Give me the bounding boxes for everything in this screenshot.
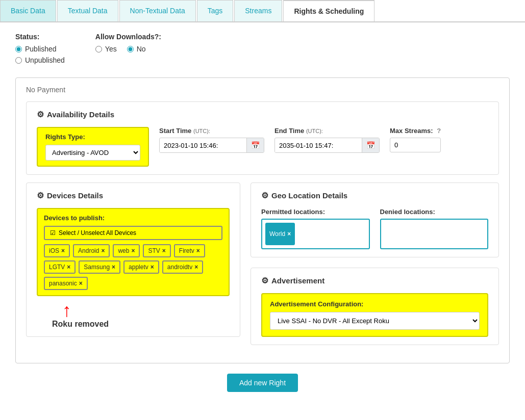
no-payment-title: No Payment [26,86,499,94]
tab-textual-data[interactable]: Textual Data [57,0,118,21]
downloads-no-label: No [137,45,146,53]
allow-downloads-label: Allow Downloads?: [95,33,161,41]
ad-config-select[interactable]: Live SSAI - No DVR - All Except Roku Liv… [270,312,480,330]
start-time-input[interactable] [160,139,246,152]
start-time-label: Start Time (UTC): [159,127,264,135]
device-tag-web[interactable]: web× [113,244,140,257]
tab-rights-scheduling[interactable]: Rights & Scheduling [283,0,374,21]
device-tag-firetv[interactable]: Firetv× [174,244,205,257]
tab-bar: Basic Data Textual Data Non-Textual Data… [0,0,525,22]
device-tag-stv[interactable]: STV× [143,244,170,257]
arrow-up-icon: ↑ [62,301,71,320]
select-all-devices-button[interactable]: ☑ Select / Unselect All Devices [44,226,222,240]
devices-label: Devices to publish: [44,214,222,222]
rights-type-label: Rights Type: [45,133,140,141]
world-tag-label: World [269,230,285,238]
device-tag-androidtv[interactable]: androidtv× [162,260,203,274]
permitted-locations-box[interactable]: World × [261,219,370,249]
end-time-unit: (UTC): [306,128,323,134]
location-tag-world[interactable]: World × [265,223,295,245]
max-streams-input[interactable] [390,138,441,152]
geo-section-title: ⚙ Geo Location Details [261,191,488,200]
start-time-unit: (UTC): [193,128,210,134]
rights-type-select[interactable]: Advertising - AVOD Subscription - SVOD F… [45,145,140,161]
status-published-label: Published [25,45,57,53]
world-tag-remove[interactable]: × [287,230,291,238]
tab-streams[interactable]: Streams [234,0,282,21]
start-time-calendar-button[interactable]: 📅 [246,138,264,152]
status-label: Status: [15,33,65,41]
device-tag-appletv[interactable]: appletv× [123,260,159,274]
advertisement-section-title: ⚙ Advertisement [261,276,488,285]
tab-tags[interactable]: Tags [197,0,234,21]
ad-config-box: Advertisement Configuration: Live SSAI -… [261,293,488,337]
devices-gear-icon: ⚙ [37,191,44,200]
end-time-calendar-button[interactable]: 📅 [362,138,379,152]
device-tag-android[interactable]: Android× [73,244,110,257]
status-unpublished-label: Unpublished [25,56,65,64]
devices-box: Devices to publish: ☑ Select / Unselect … [37,208,230,296]
denied-locations-label: Denied locations: [380,208,489,216]
gear-icon: ⚙ [37,110,44,119]
device-tag-ios[interactable]: iOS× [44,244,70,257]
downloads-yes-radio[interactable] [95,46,102,52]
max-streams-label: Max Streams: ? [390,127,441,135]
status-published-radio[interactable] [15,46,22,52]
annotation: ↑ Roku removed [37,301,230,329]
downloads-no-radio[interactable] [127,46,134,52]
annotation-text: Roku removed [52,320,109,329]
end-time-input[interactable] [275,139,362,152]
checkbox-icon: ☑ [50,229,56,237]
add-new-right-button[interactable]: Add new Right [227,374,298,392]
device-tag-lgtv[interactable]: LGTV× [44,260,76,274]
end-time-label: End Time (UTC): [274,127,380,135]
rights-type-box: Rights Type: Advertising - AVOD Subscrip… [37,127,149,167]
ad-gear-icon: ⚙ [261,276,268,285]
availability-section-title: ⚙ Availability Details [37,110,488,119]
tab-non-textual-data[interactable]: Non-Textual Data [119,0,196,21]
device-tags-container: iOS× Android× web× STV× Firetv× LGTV× Sa… [44,244,222,290]
ad-config-label: Advertisement Configuration: [270,300,480,308]
status-unpublished-radio[interactable] [15,57,22,64]
denied-locations-box[interactable] [380,219,489,249]
tab-basic-data[interactable]: Basic Data [0,0,56,21]
device-tag-samsung[interactable]: Samsung× [79,260,120,274]
permitted-locations-label: Permitted locations: [261,208,370,216]
devices-section-title: ⚙ Devices Details [37,191,230,200]
max-streams-help-icon[interactable]: ? [437,127,441,135]
downloads-yes-label: Yes [105,45,117,53]
device-tag-panasonic[interactable]: panasonic× [44,277,88,290]
geo-gear-icon: ⚙ [261,191,268,200]
